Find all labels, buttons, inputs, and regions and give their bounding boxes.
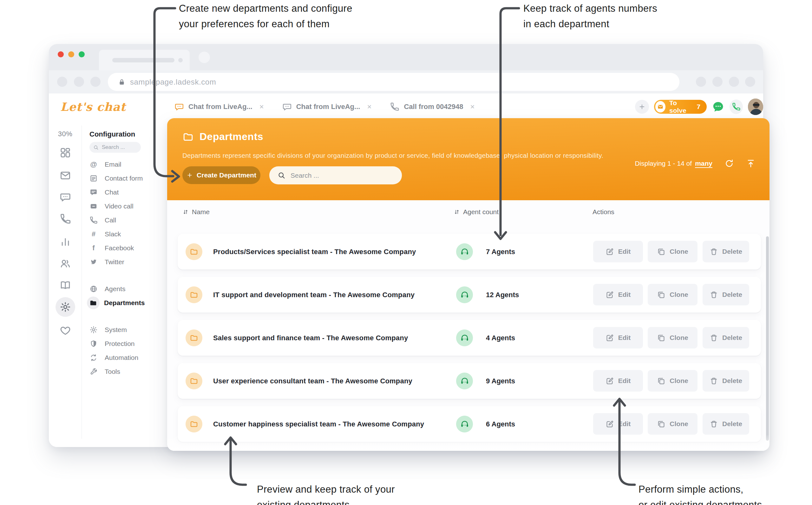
delete-label: Delete — [722, 334, 742, 342]
delete-button[interactable]: Delete — [703, 327, 749, 348]
config-item-call[interactable]: Call — [90, 213, 162, 227]
twitter-icon — [90, 258, 98, 266]
annotation-agent-numbers: Keep track of agents numbersin each depa… — [524, 1, 657, 32]
config-item-label: Protection — [105, 340, 135, 348]
book-icon — [60, 280, 71, 291]
department-name: Customer happiness specialist team - The… — [213, 420, 424, 428]
config-item-protection[interactable]: Protection — [90, 337, 162, 351]
displaying-many-link[interactable]: many — [695, 160, 712, 167]
add-ticket-button[interactable] — [635, 100, 649, 114]
reload-button[interactable] — [90, 77, 101, 87]
edit-button[interactable]: Edit — [593, 241, 643, 262]
config-item-contact-form[interactable]: Contact form — [90, 171, 162, 185]
config-item-label: Agents — [105, 285, 125, 293]
chat-sq-icon — [90, 188, 98, 196]
sidebar-item-settings[interactable] — [49, 297, 82, 317]
sidebar-item-dashboard[interactable] — [49, 147, 82, 158]
edit-icon — [605, 247, 614, 256]
config-item-slack[interactable]: #Slack — [90, 227, 162, 241]
close-icon[interactable]: × — [259, 102, 264, 111]
extension-button-2[interactable] — [712, 77, 722, 87]
config-item-label: Facebook — [105, 244, 134, 252]
config-menu: @EmailContact formChatVideo callCall#Sla… — [90, 157, 162, 379]
traffic-light-close[interactable] — [58, 51, 64, 57]
config-group-2: SystemProtectionAutomationTools — [90, 323, 162, 379]
clone-button[interactable]: Clone — [648, 370, 697, 391]
config-item-system[interactable]: System — [90, 323, 162, 337]
config-item-agents[interactable]: Agents — [90, 282, 162, 296]
delete-button[interactable]: Delete — [703, 413, 749, 435]
tab-close-dot[interactable] — [178, 58, 183, 62]
clone-button[interactable]: Clone — [648, 241, 697, 262]
sidebar-item-chats[interactable] — [49, 191, 82, 203]
scrollbar[interactable] — [766, 236, 769, 441]
clone-button[interactable]: Clone — [648, 284, 697, 305]
sidebar-item-mail[interactable] — [49, 170, 82, 181]
column-header-agent-count[interactable]: Agent count — [454, 200, 499, 224]
clone-icon — [657, 420, 666, 428]
browser-tab[interactable] — [99, 50, 190, 70]
config-item-label: Contact form — [105, 175, 143, 182]
url-text: samplepage.ladesk.com — [130, 77, 216, 87]
config-item-tools[interactable]: Tools — [90, 365, 162, 379]
department-row: Products/Services specialist team - The … — [178, 234, 761, 270]
address-bar[interactable]: samplepage.ladesk.com — [108, 73, 679, 91]
config-item-video-call[interactable]: Video call — [90, 199, 162, 213]
gear-icon — [90, 326, 98, 334]
config-item-automation[interactable]: Automation — [90, 351, 162, 365]
app-logo: Let's chat — [60, 100, 126, 114]
departments-search[interactable] — [269, 166, 402, 184]
extension-button-1[interactable] — [696, 77, 706, 87]
sidebar-item-reports[interactable] — [49, 236, 82, 247]
config-item-label: Call — [105, 216, 116, 224]
edit-button[interactable]: Edit — [593, 327, 643, 348]
new-tab-button[interactable] — [199, 52, 210, 63]
start-call-button[interactable] — [729, 100, 743, 114]
config-item-twitter[interactable]: Twitter — [90, 255, 162, 269]
edit-label: Edit — [618, 334, 631, 342]
config-item-chat[interactable]: Chat — [90, 185, 162, 199]
stats-icon — [60, 236, 71, 247]
scroll-to-top-icon[interactable] — [746, 159, 756, 168]
close-icon[interactable]: × — [367, 102, 371, 111]
annotation-preview-departments: Preview and keep track of yourexisting d… — [257, 482, 395, 505]
tab-call[interactable]: Call from 0042948 × — [390, 102, 474, 112]
to-solve-button[interactable]: To solve 7 — [654, 100, 707, 114]
clone-button[interactable]: Clone — [648, 413, 697, 435]
config-search[interactable] — [90, 142, 141, 153]
refresh-icon[interactable] — [724, 159, 734, 168]
create-department-button[interactable]: Create Department — [183, 166, 260, 184]
sidebar-item-calls[interactable] — [49, 213, 82, 225]
plus-icon — [187, 172, 193, 178]
department-folder-badge — [186, 416, 202, 433]
tab-chat-1[interactable]: Chat from LiveAg... × — [175, 102, 264, 112]
edit-button[interactable]: Edit — [593, 284, 643, 305]
config-search-input[interactable] — [101, 144, 137, 151]
config-item-email[interactable]: @Email — [90, 157, 162, 171]
forward-button[interactable] — [74, 77, 84, 87]
sidebar-item-customers[interactable] — [49, 258, 82, 269]
delete-button[interactable]: Delete — [703, 241, 749, 262]
config-item-facebook[interactable]: fFacebook — [90, 241, 162, 255]
edit-button[interactable]: Edit — [593, 413, 643, 435]
departments-search-input[interactable] — [290, 171, 393, 180]
browser-menu-button[interactable] — [745, 77, 755, 87]
back-button[interactable] — [57, 77, 67, 87]
trash-icon — [710, 291, 718, 299]
start-chat-button[interactable] — [712, 100, 724, 114]
config-item-departments[interactable]: Departments — [90, 296, 162, 310]
traffic-light-minimize[interactable] — [68, 51, 74, 57]
edit-button[interactable]: Edit — [593, 370, 643, 391]
avatar[interactable] — [748, 99, 763, 115]
sidebar-item-knowledgebase[interactable] — [49, 280, 82, 291]
agent-badge — [456, 416, 473, 433]
column-header-name[interactable]: Name — [183, 200, 210, 224]
clone-button[interactable]: Clone — [648, 327, 697, 348]
sidebar-item-favorites[interactable] — [49, 325, 82, 336]
extension-button-3[interactable] — [729, 77, 739, 87]
delete-button[interactable]: Delete — [703, 284, 749, 305]
delete-button[interactable]: Delete — [703, 370, 749, 391]
traffic-light-maximize[interactable] — [79, 51, 85, 57]
close-icon[interactable]: × — [470, 102, 475, 111]
tab-chat-2[interactable]: Chat from LiveAg... × — [282, 102, 372, 112]
